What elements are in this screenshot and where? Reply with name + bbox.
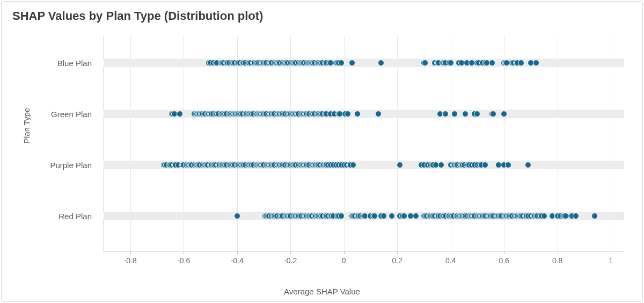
- chart-title: SHAP Values by Plan Type (Distribution p…: [12, 9, 263, 23]
- x-axis-line: [104, 251, 624, 251]
- data-point[interactable]: [380, 213, 387, 219]
- x-tick-mark: [504, 251, 504, 254]
- data-point[interactable]: [389, 213, 395, 219]
- x-tick-mark: [344, 251, 345, 254]
- data-point[interactable]: [375, 111, 382, 117]
- x-axis-label: Average SHAP Value: [284, 287, 360, 296]
- data-point[interactable]: [462, 111, 469, 117]
- data-point[interactable]: [505, 162, 511, 168]
- data-point[interactable]: [525, 162, 531, 168]
- data-point[interactable]: [490, 111, 496, 117]
- data-point[interactable]: [350, 162, 356, 168]
- x-tick-label: -0.8: [124, 256, 137, 265]
- data-point[interactable]: [345, 111, 351, 117]
- x-tick-mark: [558, 251, 558, 254]
- x-tick-mark: [237, 251, 238, 254]
- category-label: Green Plan: [51, 110, 92, 119]
- x-tick-label: -0.4: [231, 256, 244, 265]
- x-tick-mark: [397, 251, 398, 254]
- data-point[interactable]: [442, 111, 449, 117]
- category-label: Blue Plan: [57, 59, 92, 68]
- data-point[interactable]: [371, 213, 378, 219]
- data-point[interactable]: [354, 111, 361, 117]
- x-tick-label: 0.6: [499, 256, 509, 265]
- data-point[interactable]: [397, 162, 403, 168]
- data-point[interactable]: [518, 60, 524, 66]
- row-band: [104, 59, 624, 67]
- data-point[interactable]: [349, 60, 355, 66]
- chart-card: SHAP Values by Plan Type (Distribution p…: [1, 1, 643, 302]
- data-point[interactable]: [438, 162, 444, 168]
- data-point[interactable]: [533, 60, 539, 66]
- data-point[interactable]: [501, 111, 507, 117]
- data-point[interactable]: [338, 213, 345, 219]
- x-tick-label: 0.4: [445, 256, 456, 265]
- x-tick-label: -0.2: [284, 256, 297, 265]
- data-point[interactable]: [451, 111, 458, 117]
- x-tick-mark: [611, 251, 611, 254]
- x-tick-label: 0.8: [552, 256, 562, 265]
- x-tick-mark: [451, 251, 451, 254]
- data-point[interactable]: [338, 60, 345, 66]
- x-tick-label: 1: [609, 256, 613, 265]
- plot-area: -0.8-0.6-0.4-0.200.20.40.60.81Blue PlanG…: [104, 36, 624, 251]
- category-label: Red Plan: [58, 212, 92, 221]
- data-point[interactable]: [482, 162, 488, 168]
- data-point[interactable]: [378, 60, 384, 66]
- data-point[interactable]: [541, 213, 547, 219]
- data-point[interactable]: [591, 213, 598, 219]
- x-tick-label: -0.6: [177, 256, 190, 265]
- data-point[interactable]: [474, 111, 480, 117]
- data-point[interactable]: [234, 213, 240, 219]
- data-point[interactable]: [573, 213, 579, 219]
- x-tick-mark: [130, 251, 131, 254]
- data-point[interactable]: [177, 111, 183, 117]
- x-tick-mark: [290, 251, 291, 254]
- y-axis-label: Plan Type: [22, 108, 31, 143]
- x-tick-label: 0.2: [392, 256, 402, 265]
- data-point[interactable]: [489, 60, 495, 66]
- data-point[interactable]: [422, 60, 428, 66]
- data-point[interactable]: [413, 213, 419, 219]
- data-point[interactable]: [401, 213, 407, 219]
- x-tick-label: 0: [342, 256, 346, 265]
- data-point[interactable]: [448, 60, 454, 66]
- category-label: Purple Plan: [50, 161, 92, 170]
- x-tick-mark: [184, 251, 184, 254]
